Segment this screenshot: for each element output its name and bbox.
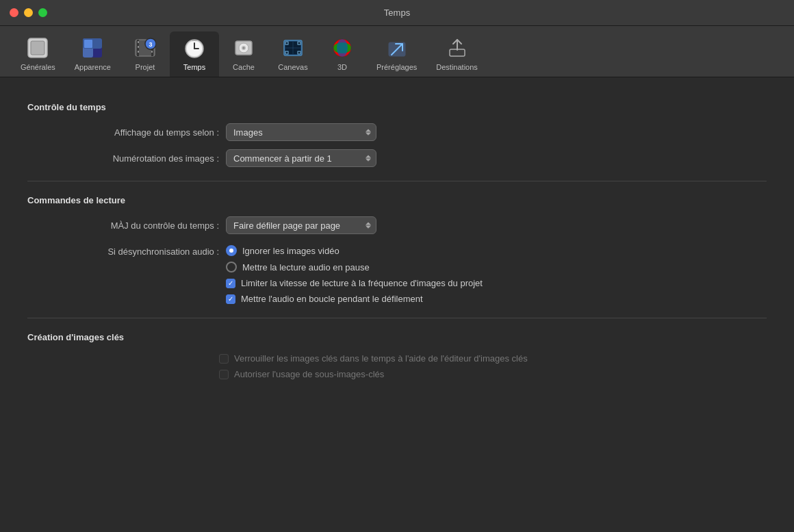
radio-ignorer[interactable] [226, 245, 237, 256]
checkbox-autoriser-label: Autoriser l'usage de sous-images-clés [234, 369, 384, 379]
section-creation: Création d'images clés Verrouiller les i… [27, 332, 767, 379]
maximize-button[interactable] [38, 8, 47, 17]
checkbox-limiter[interactable]: ✓ [226, 279, 235, 288]
svg-rect-11 [138, 51, 139, 53]
divider-2 [27, 318, 767, 318]
numerotation-select-wrapper: Commencer à partir de 0 Commencer à part… [226, 149, 376, 167]
3d-icon [330, 36, 355, 60]
maj-select-wrapper: Faire défiler page par page Défilement c… [226, 216, 376, 234]
checkbox-autoriser-row: Autoriser l'usage de sous-images-clés [219, 369, 767, 379]
canevas-icon [281, 36, 305, 60]
checkbox-limiter-label: Limiter la vitesse de lecture à la fréqu… [241, 278, 483, 288]
radio-mettre-row: Mettre la lecture audio en pause [226, 262, 483, 273]
checkbox-verrouiller-label: Verrouiller les images clés dans le temp… [234, 353, 528, 364]
svg-rect-10 [138, 46, 139, 48]
generales-label: Générales [21, 63, 55, 71]
tab-temps[interactable]: Temps [170, 31, 219, 77]
radio-mettre-label: Mettre la lecture audio en pause [242, 262, 370, 273]
destinations-label: Destinations [436, 63, 478, 71]
toolbar: Générales Apparence [0, 26, 794, 77]
tab-canevas[interactable]: Canevas [268, 31, 318, 77]
close-button[interactable] [10, 8, 18, 17]
affichage-control: Images Secondes Timecode [226, 123, 376, 141]
canevas-label: Canevas [278, 63, 307, 71]
checkbox-verrouiller-row: Verrouiller les images clés dans le temp… [219, 353, 767, 364]
commandes-header: Commandes de lecture [27, 195, 767, 205]
radio-ignorer-row: Ignorer les images vidéo [226, 245, 483, 256]
creation-header: Création d'images clés [27, 332, 767, 342]
svg-point-38 [337, 39, 348, 57]
checkbox-autoriser[interactable] [219, 370, 229, 379]
temps-label: Temps [183, 63, 205, 71]
cache-icon [231, 36, 256, 60]
checkbox-limiter-row: ✓ Limiter la vitesse de lecture à la fré… [226, 278, 483, 288]
maj-label: MÀJ du contrôle du temps : [41, 220, 219, 231]
desync-row: Si désynchronisation audio : Ignorer les… [27, 242, 767, 304]
checkbox-boucle-label: Mettre l'audio en boucle pendant le défi… [241, 294, 423, 304]
affichage-row: Affichage du temps selon : Images Second… [27, 123, 767, 141]
checkbox-verrouiller[interactable] [219, 354, 229, 364]
numerotation-row: Numérotation des images : Commencer à pa… [27, 149, 767, 167]
3d-label: 3D [337, 63, 347, 71]
maj-row: MÀJ du contrôle du temps : Faire défiler… [27, 216, 767, 234]
svg-point-26 [242, 47, 244, 49]
svg-text:3: 3 [149, 41, 152, 48]
section-commandes: Commandes de lecture MÀJ du contrôle du … [27, 195, 767, 304]
radio-mettre[interactable] [226, 262, 237, 273]
svg-rect-14 [151, 51, 153, 53]
section-controle: Contrôle du temps Affichage du temps sel… [27, 102, 767, 167]
destinations-icon [445, 36, 470, 60]
affichage-select-wrapper: Images Secondes Timecode [226, 123, 376, 141]
svg-rect-9 [138, 41, 139, 43]
titlebar: Temps [0, 0, 794, 26]
maj-select[interactable]: Faire défiler page par page Défilement c… [226, 216, 376, 234]
tab-cache[interactable]: Cache [219, 31, 268, 77]
preglages-label: Préréglages [376, 63, 417, 71]
preglages-icon [385, 36, 409, 60]
temps-icon [182, 36, 207, 60]
numerotation-select[interactable]: Commencer à partir de 0 Commencer à part… [226, 149, 376, 167]
desync-label: Si désynchronisation audio : [41, 245, 219, 257]
numerotation-control: Commencer à partir de 0 Commencer à part… [226, 149, 376, 167]
radio-ignorer-label: Ignorer les images vidéo [242, 246, 340, 256]
divider-1 [27, 181, 767, 181]
tab-preglages[interactable]: Préréglages [367, 31, 426, 77]
tab-3d[interactable]: 3D [318, 31, 367, 77]
creation-options: Verrouiller les images clés dans le temp… [27, 353, 767, 379]
generales-icon [25, 36, 50, 60]
checkbox-boucle-row: ✓ Mettre l'audio en boucle pendant le dé… [226, 294, 483, 304]
svg-rect-5 [84, 40, 92, 48]
desync-options: Ignorer les images vidéo Mettre la lectu… [226, 245, 483, 304]
projet-icon: 3 [133, 36, 157, 60]
tab-destinations[interactable]: Destinations [426, 31, 487, 77]
controle-header: Contrôle du temps [27, 102, 767, 112]
window-controls [10, 8, 47, 17]
affichage-select[interactable]: Images Secondes Timecode [226, 123, 376, 141]
maj-control: Faire défiler page par page Défilement c… [226, 216, 376, 234]
minimize-button[interactable] [24, 8, 33, 17]
tab-projet[interactable]: 3 Projet [120, 31, 170, 77]
tab-generales[interactable]: Générales [11, 31, 65, 77]
apparence-icon [80, 36, 105, 60]
window-title: Temps [384, 8, 410, 18]
numerotation-label: Numérotation des images : [41, 153, 219, 164]
svg-rect-1 [31, 41, 44, 55]
checkbox-boucle[interactable]: ✓ [226, 294, 235, 304]
projet-label: Projet [136, 63, 155, 71]
cache-label: Cache [233, 63, 255, 71]
apparence-label: Apparence [75, 63, 111, 71]
tab-apparence[interactable]: Apparence [65, 31, 120, 77]
affichage-label: Affichage du temps selon : [41, 127, 219, 138]
main-content: Contrôle du temps Affichage du temps sel… [0, 77, 794, 398]
